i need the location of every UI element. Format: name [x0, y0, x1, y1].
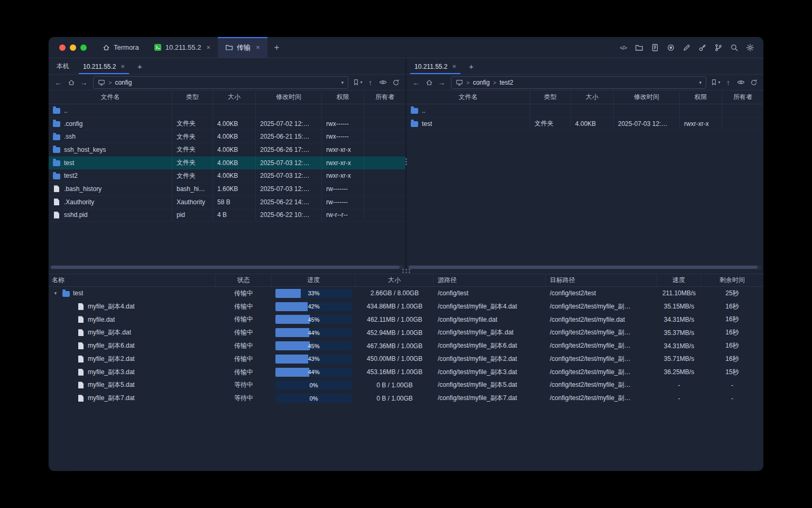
column-header[interactable]: 状态 — [216, 274, 272, 286]
transfer-row[interactable]: ▾ myfile_副本6.dat 传输中 45% 467.36MB / 1.00… — [49, 339, 763, 352]
branch-button[interactable] — [712, 41, 725, 55]
column-header[interactable]: 大小 — [356, 274, 433, 286]
minimize-window-button[interactable] — [70, 44, 76, 51]
left-navbar: ← → > config ▾ ▾ ↑ — [49, 75, 405, 90]
forward-button[interactable]: → — [436, 76, 448, 89]
forward-button[interactable]: → — [78, 76, 90, 89]
transfer-row[interactable]: ▾ myfile_副本3.dat 传输中 44% 453.16MB / 1.00… — [49, 366, 763, 379]
file-row[interactable]: .config 文件夹 4.00KB 2025-07-02 12:… rwx--… — [49, 117, 405, 131]
tab-transfer[interactable]: 传输 × — [218, 37, 267, 58]
new-tab-button[interactable]: + — [267, 37, 287, 58]
column-header[interactable]: 速度 — [657, 274, 701, 286]
column-header[interactable]: 大小 — [571, 90, 614, 104]
column-header[interactable]: 修改时间 — [256, 90, 322, 104]
close-icon[interactable]: × — [453, 63, 457, 70]
file-row[interactable]: ssh_host_keys 文件夹 4.00KB 2025-06-26 17:…… — [49, 143, 405, 157]
column-header[interactable]: 目标路径 — [546, 274, 657, 286]
settings-button[interactable] — [743, 41, 757, 55]
column-header[interactable]: 类型 — [172, 90, 213, 104]
column-header[interactable]: 修改时间 — [614, 90, 680, 104]
close-icon[interactable]: × — [206, 44, 210, 51]
expand-chevron-icon[interactable]: ▾ — [52, 291, 59, 296]
chevron-down-icon[interactable]: ▾ — [699, 80, 702, 85]
close-icon[interactable]: × — [256, 44, 260, 51]
close-window-button[interactable] — [59, 44, 66, 51]
record-button[interactable] — [664, 41, 678, 55]
column-header[interactable]: 所有者 — [364, 90, 405, 104]
keychain-button[interactable] — [696, 41, 709, 55]
column-header[interactable]: 进度 — [272, 274, 356, 286]
column-header[interactable]: 文件名 — [49, 90, 172, 104]
path-segment[interactable]: config — [115, 79, 132, 86]
path-bar[interactable]: > config ▾ — [93, 76, 348, 89]
show-hidden-button[interactable] — [377, 76, 389, 89]
show-hidden-button[interactable] — [735, 76, 747, 89]
refresh-button[interactable] — [390, 76, 402, 89]
file-row[interactable]: sshd.pid pid 4 B 2025-06-22 10:… rw-r--r… — [49, 209, 405, 222]
new-tab-button[interactable]: + — [132, 59, 148, 74]
column-header[interactable]: 所有者 — [722, 90, 763, 104]
file-row[interactable]: test2 文件夹 4.00KB 2025-07-03 12:… rwxr-xr… — [49, 169, 405, 183]
transfer-row[interactable]: ▾ myfile_副本7.dat 等待中 0% 0 B / 1.00GB /co… — [49, 392, 763, 405]
transfer-icon — [225, 43, 233, 51]
file-type: bash_hi… — [172, 183, 213, 195]
column-header[interactable]: 剩余时间 — [701, 274, 763, 286]
tab-session-10-211-55-2[interactable]: 10.211.55.2 × — [146, 37, 218, 58]
close-icon[interactable]: × — [121, 63, 125, 70]
back-button[interactable]: ← — [52, 76, 64, 89]
file-row[interactable]: .ssh 文件夹 4.00KB 2025-06-21 15:… rwx-----… — [49, 130, 405, 143]
file-row[interactable]: .. — [49, 104, 405, 117]
column-header[interactable]: 源路径 — [433, 274, 546, 286]
search-button[interactable] — [727, 41, 741, 55]
up-button[interactable]: ↑ — [364, 76, 376, 89]
file-row[interactable]: test 文件夹 4.00KB 2025-07-03 12:… rwxr-xr-… — [49, 157, 405, 170]
column-header[interactable]: 大小 — [213, 90, 256, 104]
transfer-speed: 34.31MB/s — [657, 342, 701, 350]
chevron-down-icon[interactable]: ▾ — [341, 80, 344, 85]
splitter-handle[interactable] — [402, 269, 410, 273]
zoom-window-button[interactable] — [80, 44, 87, 51]
transfer-row[interactable]: ▾ myfile_副本.dat 传输中 44% 452.94MB / 1.00G… — [49, 326, 763, 339]
transfer-row[interactable]: ▾ myfile_副本2.dat 传输中 43% 450.00MB / 1.00… — [49, 352, 763, 366]
file-row[interactable]: .bash_history bash_hi… 1.60KB 2025-07-03… — [49, 183, 405, 196]
transfer-splitter[interactable] — [49, 268, 763, 274]
edit-button[interactable] — [680, 41, 694, 55]
path-separator: > — [108, 79, 112, 86]
tab-remote-10-211-55-2[interactable]: 10.211.55.2 × — [76, 59, 132, 74]
transfer-row[interactable]: ▾ test 传输中 33% 2.66GB / 8.00GB /config/t… — [49, 287, 763, 300]
file-row[interactable]: .Xauthority Xauthority 58 B 2025-06-22 1… — [49, 196, 405, 209]
home-button[interactable] — [65, 76, 77, 89]
path-bar[interactable]: > config > test2 ▾ — [451, 76, 706, 89]
path-segment[interactable]: config — [473, 79, 490, 86]
bookmark-button[interactable]: ▾ — [709, 76, 722, 89]
file-row[interactable]: test 文件夹 4.00KB 2025-07-03 12:… rwxr-xr-… — [407, 117, 763, 131]
file-row[interactable]: .. — [407, 104, 763, 117]
refresh-button[interactable] — [748, 76, 760, 89]
code-button[interactable]: </> — [616, 41, 630, 55]
tab-local[interactable]: 本机 — [50, 59, 76, 74]
home-button[interactable] — [423, 76, 435, 89]
tab-remote-10-211-55-2[interactable]: 10.211.55.2 × — [408, 59, 463, 74]
column-header[interactable]: 类型 — [530, 90, 571, 104]
column-header[interactable]: 文件名 — [407, 90, 530, 104]
column-header[interactable]: 名称 — [49, 274, 216, 286]
progress-label: 0% — [275, 380, 352, 389]
back-button[interactable]: ← — [410, 76, 422, 89]
sftp-button[interactable] — [632, 41, 646, 55]
column-header[interactable]: 权限 — [322, 90, 364, 104]
transfer-eta: 16秒 — [701, 315, 763, 324]
file-type — [172, 104, 213, 117]
folder-icon — [53, 160, 60, 166]
transfer-row[interactable]: ▾ myfile_副本4.dat 传输中 42% 434.86MB / 1.00… — [49, 300, 763, 313]
transfer-row[interactable]: ▾ myfile_副本5.dat 等待中 0% 0 B / 1.00GB /co… — [49, 379, 763, 392]
transfer-row[interactable]: ▾ myfile.dat 传输中 45% 462.11MB / 1.00GB /… — [49, 313, 763, 326]
transfer-speed: 36.25MB/s — [657, 368, 701, 376]
bookmark-button[interactable]: ▾ — [352, 76, 364, 89]
transfer-status: 传输中 — [216, 368, 272, 377]
log-button[interactable] — [648, 41, 662, 55]
up-button[interactable]: ↑ — [722, 76, 734, 89]
path-segment[interactable]: test2 — [500, 79, 513, 86]
tab-termora[interactable]: Termora — [95, 37, 146, 58]
new-tab-button[interactable]: + — [463, 59, 479, 74]
column-header[interactable]: 权限 — [680, 90, 722, 104]
